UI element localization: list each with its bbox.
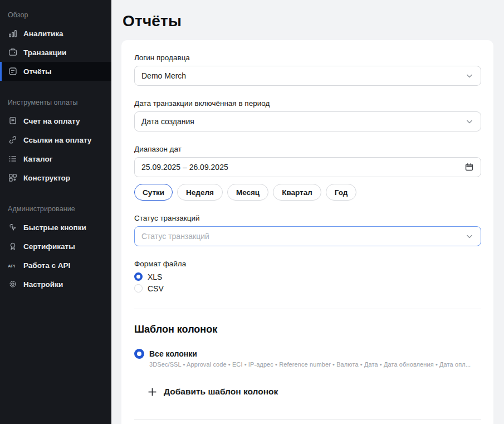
sidebar-item-transactions[interactable]: Транзакции	[0, 43, 111, 62]
date-range-value: 25.09.2025 – 26.09.2025	[141, 163, 228, 172]
form-footer: Сгенерировать отчёт	[134, 420, 481, 424]
report-icon	[8, 66, 18, 76]
radio-csv[interactable]: CSV	[134, 282, 481, 294]
status-label: Статус транзакций	[134, 214, 481, 222]
pill-month[interactable]: Месяц	[227, 184, 268, 201]
bar-chart-icon	[8, 28, 18, 38]
sidebar-item-quick-buttons[interactable]: Быстрые кнопки	[0, 218, 111, 237]
sidebar-item-catalog[interactable]: Каталог	[0, 149, 111, 168]
merchant-login-label: Логин продавца	[134, 53, 481, 62]
pill-year[interactable]: Год	[326, 184, 357, 201]
date-type-value: Дата создания	[141, 117, 194, 126]
invoice-icon	[8, 116, 18, 126]
period-pills: Сутки Неделя Месяц Квартал Год	[134, 184, 481, 201]
sidebar-item-label: Аналитика	[23, 30, 63, 38]
sidebar-item-label: Каталог	[23, 155, 52, 163]
merchant-login-value: Demo Merch	[141, 71, 186, 80]
divider	[134, 309, 481, 309]
page-title: Отчёты	[123, 12, 493, 30]
radio-csv-label: CSV	[148, 284, 164, 293]
date-type-group: Дата транзакции включённая в период Дата…	[134, 99, 481, 131]
file-format-label: Формат файла	[134, 260, 481, 268]
sidebar-item-label: Транзакции	[23, 48, 66, 57]
sidebar-item-label: Настройки	[23, 280, 63, 289]
radio-icon	[134, 272, 143, 281]
sidebar-item-reports[interactable]: Отчёты	[0, 62, 111, 81]
all-columns-label: Все колонки	[149, 349, 197, 358]
chevron-down-icon	[465, 71, 474, 80]
columns-heading: Шаблон колонок	[134, 324, 481, 335]
sidebar-section-header: Администрирование	[0, 199, 111, 218]
sidebar-item-certificates[interactable]: Сертификаты	[0, 237, 111, 256]
sidebar-item-payment-links[interactable]: Ссылки на оплату	[0, 130, 111, 149]
date-range-label: Диапазон дат	[134, 145, 481, 153]
date-type-select[interactable]: Дата создания	[134, 111, 481, 131]
chevron-down-icon	[465, 232, 474, 241]
calendar-icon[interactable]	[464, 163, 474, 172]
main-content: Отчёты Логин продавца Demo Merch Дата тр…	[111, 0, 504, 424]
radio-icon	[134, 349, 144, 359]
plus-icon	[148, 387, 157, 397]
radio-xls-label: XLS	[148, 272, 162, 281]
sidebar-section-administration: Администрирование Быстрые кнопки	[0, 199, 111, 294]
sidebar-item-settings[interactable]: Настройки	[0, 275, 111, 294]
sidebar-item-label: Ссылки на оплату	[23, 136, 91, 144]
report-form-card: Логин продавца Demo Merch Дата транзакци…	[121, 40, 493, 424]
sidebar-item-label: Конструктор	[23, 174, 70, 182]
sidebar-item-label: Работа с API	[23, 261, 70, 270]
sidebar-item-label: Счет на оплату	[23, 117, 80, 125]
sidebar-item-api[interactable]: API Работа с API	[0, 256, 111, 275]
sidebar-item-label: Отчёты	[23, 67, 52, 76]
file-format-group: Формат файла XLS CSV	[134, 260, 481, 294]
date-range-input[interactable]: 25.09.2025 – 26.09.2025	[134, 157, 481, 177]
status-group: Статус транзакций Статус транзакций	[134, 214, 481, 246]
all-columns-description: 3DSec/SSL • Approval code • ECI • IP-адр…	[149, 361, 481, 368]
sidebar-section-overview: Обзор Аналитика Транзакции	[0, 6, 111, 81]
wallet-icon	[8, 47, 18, 57]
all-columns-option[interactable]: Все колонки 3DSec/SSL • Approval code • …	[134, 348, 481, 368]
add-template-button[interactable]: Добавить шаблон колонок	[148, 387, 278, 397]
date-range-group: Диапазон дат 25.09.2025 – 26.09.2025 Сут…	[134, 145, 481, 201]
sidebar: Обзор Аналитика Транзакции	[0, 0, 111, 424]
gear-icon	[8, 279, 18, 289]
svg-text:API: API	[8, 264, 15, 269]
add-template-label: Добавить шаблон колонок	[164, 387, 278, 397]
sidebar-item-label: Быстрые кнопки	[23, 223, 86, 232]
sidebar-section-header: Обзор	[0, 6, 111, 24]
date-type-label: Дата транзакции включённая в период	[134, 99, 481, 108]
radio-xls[interactable]: XLS	[134, 271, 481, 282]
radio-icon	[134, 284, 143, 293]
merchant-login-group: Логин продавца Demo Merch	[134, 53, 481, 86]
link-icon	[8, 135, 18, 145]
quick-buttons-icon	[8, 222, 18, 232]
api-icon: API	[8, 260, 18, 270]
pill-day[interactable]: Сутки	[134, 184, 173, 201]
merchant-login-select[interactable]: Demo Merch	[134, 66, 481, 86]
certificate-icon	[8, 241, 18, 251]
status-placeholder: Статус транзакций	[141, 232, 209, 241]
list-icon	[8, 154, 18, 164]
sidebar-item-constructor[interactable]: Конструктор	[0, 168, 111, 187]
sidebar-section-header: Инструменты оплаты	[0, 93, 111, 111]
sidebar-item-payment-invoice[interactable]: Счет на оплату	[0, 111, 111, 130]
sidebar-item-analytics[interactable]: Аналитика	[0, 24, 111, 43]
pill-week[interactable]: Неделя	[177, 184, 223, 201]
sidebar-item-label: Сертификаты	[23, 242, 75, 251]
sidebar-section-payment-tools: Инструменты оплаты Счет на оплату	[0, 93, 111, 187]
builder-icon	[8, 173, 18, 183]
status-select[interactable]: Статус транзакций	[134, 226, 481, 246]
chevron-down-icon	[465, 117, 474, 126]
pill-quarter[interactable]: Квартал	[273, 184, 321, 201]
